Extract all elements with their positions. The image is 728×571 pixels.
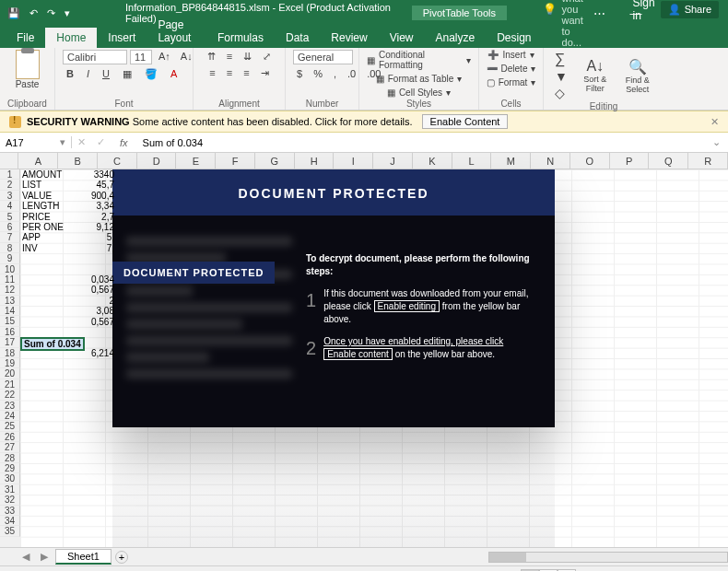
paste-button[interactable]: Paste bbox=[16, 79, 40, 89]
cell-B13[interactable]: 2 bbox=[63, 296, 116, 306]
row-head-32[interactable]: 32 bbox=[0, 495, 20, 505]
col-head-D[interactable]: D bbox=[137, 153, 177, 169]
sort-filter-icon[interactable]: A↓ bbox=[579, 58, 612, 75]
tab-data[interactable]: Data bbox=[275, 28, 320, 48]
tab-page-layout[interactable]: Page Layout bbox=[147, 15, 206, 48]
row-head-35[interactable]: 35 bbox=[0, 526, 20, 536]
tab-analyze[interactable]: Analyze bbox=[424, 28, 486, 48]
sort-filter-button[interactable]: Sort & Filter bbox=[579, 75, 612, 93]
col-head-A[interactable]: A bbox=[18, 153, 58, 169]
row-head-19[interactable]: 19 bbox=[0, 358, 20, 368]
border-icon[interactable]: ▦ bbox=[119, 67, 135, 81]
delete-cells-button[interactable]: ➖Delete ▾ bbox=[487, 64, 536, 74]
font-color-icon[interactable]: A bbox=[167, 67, 181, 81]
col-head-E[interactable]: E bbox=[176, 153, 216, 169]
namebox-dropdown-icon[interactable]: ▾ bbox=[60, 136, 65, 148]
horizontal-scrollbar[interactable] bbox=[488, 552, 728, 563]
row-head-21[interactable]: 21 bbox=[0, 379, 20, 390]
row-head-12[interactable]: 12 bbox=[0, 285, 20, 295]
cell-styles-button[interactable]: ▦Cell Styles ▾ bbox=[387, 87, 451, 98]
clear-icon[interactable]: ◇ bbox=[551, 85, 571, 101]
row-head-4[interactable]: 4 bbox=[0, 201, 20, 211]
format-as-table-button[interactable]: ▦Format as Table ▾ bbox=[376, 74, 463, 84]
tab-file[interactable]: File bbox=[6, 28, 45, 48]
underline-button[interactable]: U bbox=[99, 67, 113, 81]
cell-B7[interactable]: 5, bbox=[63, 232, 116, 242]
row-head-5[interactable]: 5 bbox=[0, 212, 20, 222]
tab-design[interactable]: Design bbox=[486, 28, 542, 48]
sheet-nav-next-icon[interactable]: ▶ bbox=[37, 551, 52, 563]
col-head-I[interactable]: I bbox=[334, 153, 373, 169]
spreadsheet-grid[interactable]: ABCDEFGHIJKLMNOPQR 123456789101112131415… bbox=[0, 153, 728, 547]
row-head-6[interactable]: 6 bbox=[0, 222, 20, 232]
tab-review[interactable]: Review bbox=[320, 28, 378, 48]
tell-me-search[interactable]: Tell me what you want to do... bbox=[562, 0, 591, 48]
row-head-2[interactable]: 2 bbox=[0, 180, 20, 190]
sign-in-link[interactable]: Sign in bbox=[633, 0, 655, 22]
align-middle-icon[interactable]: ≡ bbox=[223, 50, 236, 64]
name-box[interactable]: A17▾ bbox=[0, 136, 72, 148]
share-button[interactable]: 👤Share bbox=[661, 1, 719, 18]
new-sheet-button[interactable]: + bbox=[115, 551, 128, 564]
cell-B4[interactable]: 3,34 bbox=[63, 201, 116, 211]
cell-B5[interactable]: 2,7 bbox=[63, 212, 116, 222]
tab-insert[interactable]: Insert bbox=[97, 28, 147, 48]
fill-color-icon[interactable]: 🪣 bbox=[141, 67, 161, 81]
row-head-14[interactable]: 14 bbox=[0, 306, 20, 316]
insert-cells-button[interactable]: ➕Insert ▾ bbox=[487, 50, 534, 60]
find-select-button[interactable]: Find & Select bbox=[619, 76, 656, 94]
row-head-7[interactable]: 7 bbox=[0, 232, 20, 242]
row-head-26[interactable]: 26 bbox=[0, 432, 20, 442]
align-right-icon[interactable]: ≡ bbox=[240, 66, 252, 80]
autosum-icon[interactable]: ∑ bbox=[551, 50, 571, 68]
enter-formula-icon[interactable]: ✓ bbox=[91, 136, 111, 148]
fx-icon[interactable]: fx bbox=[111, 137, 137, 148]
row-head-9[interactable]: 9 bbox=[0, 253, 20, 263]
cell-B15[interactable]: 0,567 bbox=[63, 317, 116, 327]
italic-button[interactable]: I bbox=[83, 67, 93, 81]
row-head-24[interactable]: 24 bbox=[0, 411, 20, 421]
increase-font-icon[interactable]: A↑ bbox=[155, 50, 174, 64]
col-head-R[interactable]: R bbox=[688, 153, 728, 169]
row-head-28[interactable]: 28 bbox=[0, 453, 20, 463]
currency-icon[interactable]: $ bbox=[293, 67, 306, 80]
align-center-icon[interactable]: ≡ bbox=[223, 66, 236, 80]
align-top-icon[interactable]: ⇈ bbox=[204, 50, 219, 64]
row-head-34[interactable]: 34 bbox=[0, 516, 20, 526]
cell-B2[interactable]: 45,7 bbox=[63, 180, 116, 190]
font-name-select[interactable]: Calibri bbox=[63, 50, 127, 64]
select-all-corner[interactable] bbox=[0, 153, 18, 169]
format-cells-button[interactable]: ▢Format ▾ bbox=[487, 77, 536, 87]
save-icon[interactable]: 💾 bbox=[7, 7, 20, 19]
cell-B8[interactable]: 7, bbox=[63, 243, 116, 253]
formula-bar[interactable]: Sum of 0.034 bbox=[137, 137, 705, 148]
cell-B11[interactable]: 0,034 bbox=[63, 274, 116, 285]
row-head-22[interactable]: 22 bbox=[0, 390, 20, 400]
indent-icon[interactable]: ⇥ bbox=[257, 66, 273, 80]
row-head-1[interactable]: 1 bbox=[0, 169, 20, 180]
row-head-17[interactable]: 17 bbox=[0, 337, 20, 347]
formula-bar-expand-icon[interactable]: ⌄ bbox=[705, 136, 728, 148]
cell-B6[interactable]: 9,12 bbox=[63, 222, 116, 232]
tab-home[interactable]: Home bbox=[45, 28, 97, 48]
percent-icon[interactable]: % bbox=[310, 67, 326, 80]
row-head-16[interactable]: 16 bbox=[0, 327, 20, 337]
col-head-H[interactable]: H bbox=[295, 153, 335, 169]
cell-A17[interactable]: Sum of 0.034 bbox=[20, 337, 85, 351]
cell-B1[interactable]: 3340 bbox=[63, 169, 116, 180]
tab-view[interactable]: View bbox=[379, 28, 425, 48]
col-head-M[interactable]: M bbox=[491, 153, 531, 169]
row-head-33[interactable]: 33 bbox=[0, 506, 20, 516]
enable-content-button[interactable]: Enable Content bbox=[422, 114, 509, 129]
row-head-25[interactable]: 25 bbox=[0, 421, 20, 431]
sheet-nav-prev-icon[interactable]: ◀ bbox=[18, 551, 33, 563]
cancel-formula-icon[interactable]: ✕ bbox=[72, 136, 91, 148]
row-head-23[interactable]: 23 bbox=[0, 401, 20, 411]
col-head-O[interactable]: O bbox=[570, 153, 610, 169]
number-format-select[interactable]: General bbox=[293, 50, 353, 64]
col-head-F[interactable]: F bbox=[216, 153, 255, 169]
col-head-L[interactable]: L bbox=[452, 153, 492, 169]
row-head-30[interactable]: 30 bbox=[0, 473, 20, 484]
find-icon[interactable]: 🔍 bbox=[619, 58, 656, 76]
row-head-3[interactable]: 3 bbox=[0, 191, 20, 201]
